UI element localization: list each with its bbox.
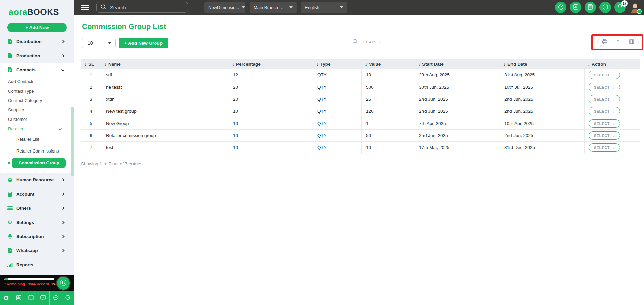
sidebar-scrollbar[interactable] [71, 107, 74, 176]
app-logo: aoraBOOKS [0, 0, 74, 17]
sidebar-item-customer[interactable]: Customer [0, 114, 74, 124]
analytics-button[interactable] [570, 2, 581, 13]
topbar-actions: 17 [555, 1, 641, 13]
column-label: End Date [507, 62, 527, 67]
select-arrow-icon: ↓ [613, 133, 615, 138]
select-button[interactable]: SELECT ↓ [589, 95, 620, 103]
company-dropdown[interactable]: NewDimensio... [204, 2, 245, 13]
sidebar-item-label: Reports [16, 262, 33, 267]
cell-start-date: 17th Mar, 2025 [415, 142, 500, 154]
select-arrow-icon: ↓ [613, 121, 615, 126]
user-avatar[interactable] [629, 1, 641, 13]
column-header-sl[interactable]: ↓SL [81, 59, 101, 69]
chevron-right-icon [61, 235, 65, 238]
sidebar-item-contacts[interactable]: Contacts [0, 63, 74, 77]
help-button[interactable]: ? [37, 291, 50, 305]
undo-button[interactable] [62, 291, 74, 305]
sidebar-item-contact-type[interactable]: Contact Type [0, 86, 74, 96]
column-label: Type [320, 62, 331, 67]
column-header-value[interactable]: ↓Value [362, 59, 415, 69]
sidebar-item-commission-group[interactable]: Commission Group [0, 157, 74, 169]
column-header-name[interactable]: ↓Name [101, 59, 229, 69]
cell-value: 1 [362, 117, 415, 130]
select-button[interactable]: SELECT ↓ [589, 107, 620, 115]
sidebar-item-contact-category[interactable]: Contact Category [0, 96, 74, 105]
sidebar-item-settings[interactable]: ⚙ Settings [0, 215, 74, 229]
sidebar-item-retailer[interactable]: Retailer [0, 124, 74, 133]
export-button[interactable] [611, 37, 624, 47]
sidebar-item-label: Contacts [16, 67, 36, 72]
sidebar-item-label: Subscription [16, 234, 44, 239]
cell-action: SELECT ↓ [585, 69, 640, 81]
cell-sl: 6 [81, 130, 101, 142]
sidebar-item-production[interactable]: Production [0, 48, 74, 63]
branch-dropdown[interactable]: Main Branch -... [250, 2, 297, 13]
sidebar-item-distribution[interactable]: Distribution [0, 34, 74, 48]
select-button[interactable]: SELECT ↓ [589, 71, 620, 79]
language-dropdown[interactable]: English [301, 2, 347, 13]
logo-part-2: BOOKS [27, 7, 59, 17]
column-header-type[interactable]: ↓Type [313, 59, 362, 69]
sidebar-item-reports[interactable]: Reports [0, 258, 74, 272]
select-arrow-icon: ↓ [613, 73, 615, 77]
quick-settings-fab[interactable] [57, 277, 70, 290]
cell-value: 500 [362, 81, 415, 93]
menu-toggle-button[interactable] [81, 4, 89, 11]
select-button[interactable]: SELECT ↓ [589, 131, 620, 140]
select-button[interactable]: SELECT ↓ [589, 143, 620, 152]
branch-dropdown-value: Main Branch -... [254, 5, 285, 10]
chat-button[interactable] [50, 291, 62, 305]
sidebar-item-supplier[interactable]: Supplier [0, 105, 74, 114]
cell-end-date: 2nd Jun, 2025 [500, 93, 585, 105]
chevron-right-icon [61, 192, 65, 196]
select-button[interactable]: SELECT ↓ [589, 83, 620, 91]
chevron-right-icon [61, 178, 65, 181]
calculator-button[interactable] [585, 2, 596, 13]
sidebar-item-retailer-commissions[interactable]: Retailer Commissions [0, 145, 74, 157]
sidebar-item-whatsapp[interactable]: Whatsapp [0, 243, 74, 258]
column-header-percentage[interactable]: ↓Percentage [229, 59, 313, 69]
sidebar-item-human-resource[interactable]: Human Resource [0, 173, 74, 187]
column-label: Value [369, 62, 381, 67]
topbar: NewDimensio... Main Branch -... English … [74, 0, 644, 15]
add-new-group-button[interactable]: + Add New Group [119, 38, 168, 48]
sidebar-item-others[interactable]: Others [0, 201, 74, 215]
column-header-end-date[interactable]: ↓End Date [500, 59, 585, 69]
cell-percentage: 10 [229, 105, 313, 117]
scan-button[interactable] [599, 2, 611, 13]
table-search-input[interactable] [363, 40, 413, 44]
remaining-record-text: * Remaining 19844 Record [4, 282, 49, 286]
cell-value: 10 [362, 142, 415, 154]
add-new-button[interactable]: + Add New [7, 23, 67, 32]
settings-button[interactable]: ⚙ [0, 291, 12, 305]
cell-sl: 2 [81, 81, 101, 93]
sidebar-item-subscription[interactable]: Subscription [0, 229, 74, 243]
columns-button[interactable] [625, 37, 638, 47]
sidebar-item-retailer-list[interactable]: Retailer List [0, 133, 74, 145]
print-button[interactable] [598, 37, 611, 47]
sort-icon: ↓ [85, 62, 87, 67]
document-icon [7, 53, 13, 59]
docs-button[interactable] [25, 291, 37, 305]
cell-sl: 7 [81, 142, 101, 154]
table-search-box[interactable] [351, 37, 419, 47]
analytics-button[interactable] [12, 291, 25, 305]
select-label: SELECT [594, 73, 610, 77]
column-header-action[interactable]: ↓Action [585, 59, 640, 69]
sidebar-item-account[interactable]: Account [0, 187, 74, 201]
sidebar-item-label: Whatsapp [16, 248, 38, 253]
cell-sl: 3 [81, 93, 101, 105]
column-header-start-date[interactable]: ↓Start Date [415, 59, 500, 69]
select-label: SELECT [594, 134, 610, 138]
sidebar-item-add-contacts[interactable]: Add Contacts [0, 77, 74, 86]
time-tracker-button[interactable] [555, 2, 566, 13]
page-size-select[interactable]: 10 [82, 38, 116, 48]
retailer-submenu: Retailer List Retailer Commissions Commi… [0, 133, 74, 169]
notifications-button[interactable]: 17 [614, 2, 626, 13]
select-button[interactable]: SELECT ↓ [589, 119, 620, 128]
bar-chart-icon [7, 262, 13, 268]
global-search-box[interactable] [96, 2, 188, 13]
record-progress-bar [4, 278, 54, 280]
cell-action: SELECT ↓ [585, 130, 640, 142]
global-search-input[interactable] [110, 5, 181, 10]
